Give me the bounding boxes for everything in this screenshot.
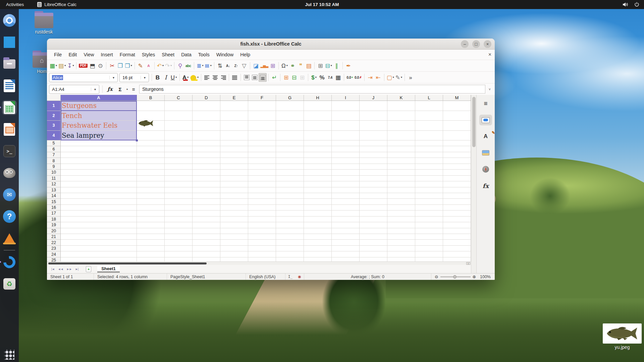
cell-G18[interactable] <box>276 217 304 222</box>
desktop-icon-yu-jpeg[interactable]: yu.jpeg <box>602 323 642 350</box>
chevron-down-icon[interactable]: ▾ <box>315 76 317 79</box>
cell-K11[interactable] <box>387 176 415 181</box>
chevron-down-icon[interactable]: ▾ <box>162 64 164 67</box>
cell-D15[interactable] <box>193 199 220 204</box>
status-language[interactable]: English (USA) <box>246 274 285 280</box>
cell-K18[interactable] <box>387 217 415 222</box>
row-header-15[interactable]: 15 <box>47 199 61 204</box>
cell-K5[interactable] <box>387 140 415 146</box>
chevron-down-icon[interactable]: ▾ <box>393 76 394 79</box>
menu-tools[interactable]: Tools <box>195 51 213 59</box>
cell-F2[interactable] <box>248 111 276 121</box>
cell-C19[interactable] <box>165 222 193 228</box>
dock-item-libreoffice-calc[interactable] <box>2 100 17 115</box>
cell-K13[interactable] <box>387 187 415 193</box>
cell-C3[interactable] <box>165 121 193 131</box>
row-header-11[interactable]: 11 <box>47 176 61 181</box>
print-area-icon[interactable]: ⊞ <box>316 61 324 70</box>
cell-M6[interactable] <box>443 146 471 152</box>
cell-C21[interactable] <box>165 234 193 240</box>
cell-C14[interactable] <box>165 193 193 199</box>
cell-M9[interactable] <box>443 164 471 170</box>
align-bottom-icon[interactable] <box>259 73 267 82</box>
dock-item-vscode[interactable] <box>2 35 17 50</box>
cell-F1[interactable] <box>248 101 276 111</box>
cell-I22[interactable] <box>332 240 360 245</box>
chevron-down-icon[interactable]: ▾ <box>109 76 117 79</box>
cell-M16[interactable] <box>443 205 471 210</box>
border-style-icon[interactable]: ✎▾ <box>395 73 403 82</box>
cell-E21[interactable] <box>220 234 248 240</box>
cell-I13[interactable] <box>332 187 360 193</box>
sort-descending-icon[interactable]: Z↑ <box>232 61 240 70</box>
menu-insert[interactable]: Insert <box>98 51 116 59</box>
delete-decimal-place-icon[interactable]: 0.0✗ <box>354 73 363 82</box>
cell-A12[interactable] <box>61 181 137 187</box>
cell-L3[interactable] <box>415 121 443 131</box>
split-window-icon[interactable]: ∥ <box>333 61 341 70</box>
cell-J18[interactable] <box>360 217 387 222</box>
cell-E12[interactable] <box>220 181 248 187</box>
chevron-down-icon[interactable]: ▾ <box>91 87 99 91</box>
cell-K17[interactable] <box>387 210 415 216</box>
status-page-style[interactable]: PageStyle_Sheet1 <box>167 274 246 280</box>
sort-icon[interactable]: ⇅ <box>216 61 224 70</box>
dock-item-show-applications[interactable] <box>2 347 17 362</box>
chevron-down-icon[interactable]: ▾ <box>72 64 74 67</box>
cell-L22[interactable] <box>415 240 443 245</box>
sum-button[interactable]: Σ <box>116 85 124 93</box>
cell-D8[interactable] <box>193 158 220 164</box>
cell-E10[interactable] <box>220 170 248 175</box>
cell-E18[interactable] <box>220 217 248 222</box>
cell-F3[interactable] <box>248 121 276 131</box>
cell-K3[interactable] <box>387 121 415 131</box>
cell-L4[interactable] <box>415 131 443 141</box>
column-header-I[interactable]: I <box>332 95 360 101</box>
cell-F8[interactable] <box>248 158 276 164</box>
open-icon[interactable]: ▤▾ <box>58 61 66 70</box>
cell-H24[interactable] <box>304 251 332 257</box>
cell-B21[interactable] <box>137 234 165 240</box>
menu-file[interactable]: File <box>51 51 65 59</box>
cell-M4[interactable] <box>443 131 471 141</box>
row-header-2[interactable]: 2 <box>47 111 61 121</box>
cell-G13[interactable] <box>276 187 304 193</box>
cell-G25[interactable] <box>276 257 304 261</box>
dock-item-rustdesk[interactable] <box>2 255 17 269</box>
cell-F24[interactable] <box>248 251 276 257</box>
first-sheet-icon[interactable]: |◄ <box>50 267 55 271</box>
font-size-combo[interactable]: 16 pt ▾ <box>119 73 149 82</box>
cell-B23[interactable] <box>137 246 165 251</box>
cell-D12[interactable] <box>193 181 220 187</box>
cell-I11[interactable] <box>332 176 360 181</box>
focused-app-menu[interactable]: LibreOffice Calc <box>37 2 76 7</box>
cell-K2[interactable] <box>387 111 415 121</box>
cell-B14[interactable] <box>137 193 165 199</box>
cell-D1[interactable] <box>193 101 220 111</box>
cell-M3[interactable] <box>443 121 471 131</box>
row-header-17[interactable]: 17 <box>47 210 61 216</box>
cell-B17[interactable] <box>137 210 165 216</box>
cell-D22[interactable] <box>193 240 220 245</box>
find-replace-icon[interactable]: ⚲ <box>176 61 184 70</box>
justified-icon[interactable] <box>231 73 239 82</box>
cell-F15[interactable] <box>248 199 276 204</box>
cell-A16[interactable] <box>61 205 137 210</box>
cell-D21[interactable] <box>193 234 220 240</box>
dock-item-chromium[interactable] <box>2 13 17 28</box>
cell-K20[interactable] <box>387 228 415 234</box>
italic-icon[interactable]: I <box>162 73 170 82</box>
cell-M17[interactable] <box>443 210 471 216</box>
cell-H13[interactable] <box>304 187 332 193</box>
cell-D9[interactable] <box>193 164 220 170</box>
cell-G24[interactable] <box>276 251 304 257</box>
cell-A19[interactable] <box>61 222 137 228</box>
cell-K14[interactable] <box>387 193 415 199</box>
cell-M20[interactable] <box>443 228 471 234</box>
cell-A3[interactable]: Freshwater Eels <box>61 121 137 131</box>
cell-G1[interactable] <box>276 101 304 111</box>
copy-icon[interactable]: ❐ <box>116 61 124 70</box>
cell-A25[interactable] <box>61 257 137 261</box>
status-sheet-number[interactable]: Sheet 1 of 1 <box>47 274 94 280</box>
cell-L14[interactable] <box>415 193 443 199</box>
